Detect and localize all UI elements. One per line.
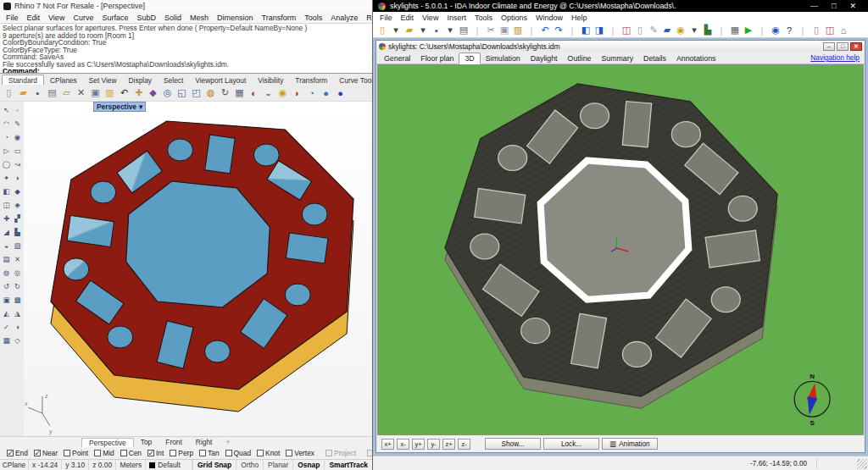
checkbox-icon[interactable] (367, 450, 372, 456)
context-help-icon[interactable]: ? (783, 24, 795, 36)
move-icon[interactable]: ◆ (147, 86, 159, 99)
checkbox-icon[interactable] (199, 450, 206, 456)
palette-tool-icon[interactable]: ▩ (12, 293, 23, 307)
split-horizontal-icon[interactable]: ◨ (593, 24, 605, 36)
rhino-viewport[interactable]: x z y Perspective ▾ (24, 102, 372, 436)
print-icon[interactable]: ▤ (458, 24, 470, 36)
document-tab[interactable]: Annotations (671, 53, 721, 64)
toolbar-tab[interactable]: Standard (2, 75, 44, 85)
cut-icon[interactable]: ✂ (485, 24, 497, 36)
open-file-icon[interactable]: ▰ (17, 86, 30, 99)
doc-restore-icon[interactable]: □ (837, 42, 849, 51)
checkbox-icon[interactable] (147, 450, 154, 456)
palette-tool-icon[interactable]: ✦ (1, 171, 12, 185)
palette-tool-icon[interactable]: ◑ (12, 320, 23, 334)
document-titlebar[interactable]: skylights: C:\Users\Mostapha\Downloads\s… (376, 41, 865, 52)
osnap-toggle[interactable]: Near (34, 449, 58, 457)
checkbox-icon[interactable] (7, 450, 14, 456)
rhino-command-history[interactable]: Select planar surfaces for apertures. Pr… (0, 23, 372, 74)
navigation-help-link[interactable]: Navigation help (810, 53, 860, 62)
rhino-menu-item[interactable]: Transform (262, 14, 297, 22)
save-icon[interactable]: ▪ (431, 24, 442, 36)
toolbar-separator[interactable]: | (607, 24, 619, 36)
shell-icon[interactable]: ◗ (291, 86, 303, 99)
toolbar-tab[interactable]: Viewport Layout (189, 75, 252, 85)
rhino-menu-item[interactable]: Solid (164, 14, 181, 22)
palette-tool-icon[interactable]: ↺ (1, 279, 12, 293)
skylight-circle[interactable] (302, 203, 327, 225)
palette-tool-icon[interactable]: ✕ (12, 252, 23, 266)
document-tab[interactable]: Details (638, 53, 671, 64)
rhino-menu-item[interactable]: Tools (304, 14, 322, 22)
rhino-menu-item[interactable]: SubD (136, 14, 156, 22)
viewport-tab[interactable]: Right (189, 438, 220, 447)
skylight-circle[interactable] (622, 342, 651, 368)
axis-view-button[interactable]: y- (427, 439, 440, 450)
palette-tool-icon[interactable]: ▞ (12, 212, 23, 225)
pan-icon[interactable]: ✚ (132, 86, 145, 99)
status-toggle[interactable]: Grid Snap (192, 460, 236, 470)
ida-menu-item[interactable]: View (422, 14, 438, 22)
palette-tool-icon[interactable]: ◔ (1, 130, 12, 144)
palette-tool-icon[interactable]: ◗ (12, 171, 23, 185)
undo-icon[interactable]: ↶ (118, 86, 131, 99)
skylight-rect[interactable] (475, 189, 526, 224)
document-tab[interactable]: Summary (596, 53, 638, 64)
toolbar-separator[interactable]: | (471, 24, 483, 36)
hide-icon[interactable]: ◐ (248, 86, 260, 99)
status-toggle[interactable]: Planar (263, 460, 292, 470)
palette-tool-icon[interactable]: ◫ (1, 198, 12, 212)
delete-icon[interactable]: ✕ (75, 86, 87, 99)
osnap-toggle[interactable]: Quad (225, 449, 252, 457)
lock-button[interactable]: Lock... (543, 438, 599, 450)
palette-tool-icon[interactable]: ▦ (1, 334, 12, 347)
palette-tool-icon[interactable]: ✚ (1, 212, 12, 225)
zoom-selected-icon[interactable]: ◍ (204, 86, 217, 99)
checkbox-icon[interactable] (286, 450, 292, 456)
skylight-circle[interactable] (91, 181, 116, 203)
folder-icon[interactable]: ▰ (661, 24, 673, 36)
paste-icon[interactable]: ▥ (512, 24, 524, 36)
palette-tool-icon[interactable]: ▭ (12, 144, 23, 158)
building-icon[interactable]: ◫ (824, 24, 836, 36)
palette-tool-icon[interactable]: ◈ (12, 198, 23, 212)
viewport-layout-icon[interactable]: ▦ (233, 86, 246, 99)
viewport-tab[interactable]: Front (159, 438, 189, 447)
toolbar-tab[interactable]: Set View (83, 75, 123, 85)
copy-icon[interactable]: ▣ (89, 86, 102, 99)
viewport-tab[interactable]: Top (134, 438, 159, 447)
edit-icon[interactable]: ✎ (648, 24, 659, 36)
toolbar-separator[interactable]: | (756, 24, 768, 36)
ida-menu-item[interactable]: Edit (401, 14, 415, 22)
toolbar-tab[interactable]: Select (158, 75, 189, 85)
blue-ball-icon[interactable]: ● (334, 86, 347, 99)
osnap-toggle[interactable]: Tan (199, 449, 220, 457)
center-skylight[interactable] (541, 160, 689, 299)
toolbar-separator[interactable]: | (526, 24, 537, 36)
document-tab[interactable]: Daylight (526, 53, 563, 64)
undo-icon[interactable]: ↶ (539, 24, 551, 36)
skylight-rect[interactable] (622, 102, 651, 147)
osnap-toggle[interactable]: Int (147, 449, 164, 457)
rainbow-icon[interactable]: ◔ (305, 86, 318, 99)
palette-tool-icon[interactable]: ◯ (1, 158, 12, 171)
status-toggle[interactable]: Osnap (292, 460, 324, 470)
palette-tool-icon[interactable]: ◒ (1, 239, 12, 252)
run-icon[interactable]: ▶ (743, 24, 754, 36)
skylight-circle[interactable] (108, 326, 133, 348)
rhino-menu-item[interactable]: Surface (102, 14, 128, 22)
skylight-circle[interactable] (168, 139, 193, 161)
rhino-menu-item[interactable]: File (6, 14, 19, 22)
resize-grip[interactable] (857, 459, 867, 469)
export-icon[interactable]: ▱ (60, 86, 73, 99)
rotate-view-icon[interactable]: ↻ (219, 86, 231, 99)
osnap-toggle[interactable]: Mid (94, 449, 114, 457)
checkbox-icon[interactable] (64, 450, 70, 456)
command-prompt[interactable]: Command: (3, 68, 370, 74)
skylight-rect[interactable] (205, 135, 235, 174)
minimize-icon[interactable]: — (810, 2, 818, 10)
osnap-toggle[interactable]: Point (64, 449, 88, 457)
ida-3d-viewport[interactable]: N S (377, 64, 864, 435)
skylight-circle[interactable] (711, 287, 740, 312)
palette-tool-icon[interactable]: ◮ (12, 307, 23, 320)
